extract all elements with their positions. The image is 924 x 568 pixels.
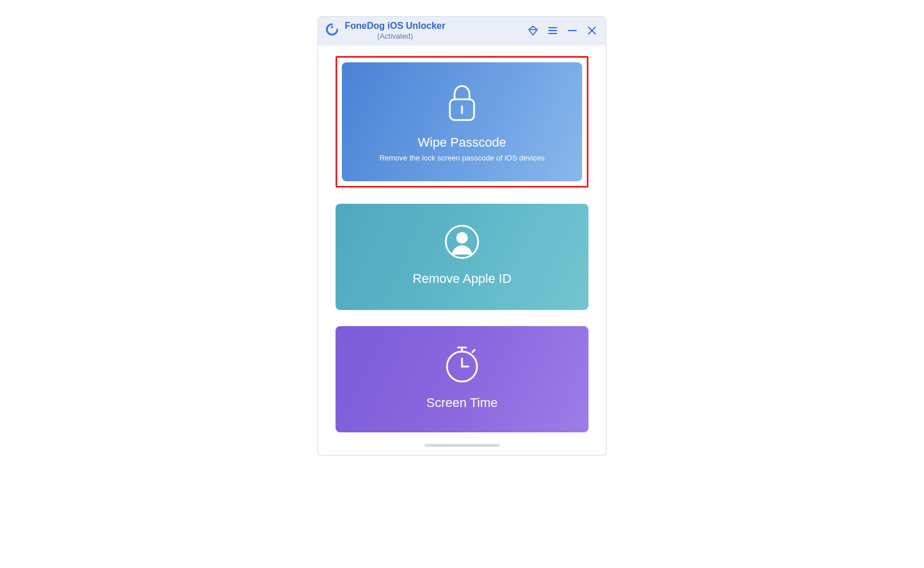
highlight-box: Wipe Passcode Remove the lock screen pas…: [336, 56, 588, 188]
close-icon[interactable]: [586, 25, 598, 36]
bottom-handle: [318, 438, 606, 455]
menu-icon[interactable]: [547, 25, 558, 36]
person-icon: [444, 224, 480, 262]
main-content: Wipe Passcode Remove the lock screen pas…: [318, 46, 606, 438]
app-logo-icon: [324, 23, 340, 39]
svg-line-7: [472, 350, 475, 352]
handle-bar[interactable]: [424, 444, 500, 447]
screen-time-card[interactable]: Screen Time: [336, 326, 588, 432]
app-title: FoneDog iOS Unlocker: [345, 20, 445, 32]
remove-apple-id-title: Remove Apple ID: [412, 271, 511, 286]
titlebar-controls: [527, 25, 598, 36]
wipe-passcode-desc: Remove the lock screen passcode of iOS d…: [379, 154, 545, 162]
screen-time-title: Screen Time: [426, 395, 498, 410]
remove-apple-id-card[interactable]: Remove Apple ID: [336, 204, 588, 310]
wipe-passcode-card[interactable]: Wipe Passcode Remove the lock screen pas…: [342, 62, 582, 181]
wipe-passcode-title: Wipe Passcode: [418, 135, 506, 150]
title-text-container: FoneDog iOS Unlocker (Activated): [345, 20, 445, 41]
feedback-icon[interactable]: [527, 25, 539, 36]
app-status: (Activated): [345, 32, 445, 41]
lock-icon: [443, 82, 481, 126]
minimize-icon[interactable]: [567, 25, 578, 36]
svg-point-0: [331, 26, 333, 28]
svg-point-4: [456, 232, 468, 244]
titlebar-left: FoneDog iOS Unlocker (Activated): [324, 20, 445, 41]
app-window: FoneDog iOS Unlocker (Activated): [318, 16, 606, 455]
titlebar: FoneDog iOS Unlocker (Activated): [318, 17, 606, 46]
stopwatch-icon: [444, 345, 480, 386]
